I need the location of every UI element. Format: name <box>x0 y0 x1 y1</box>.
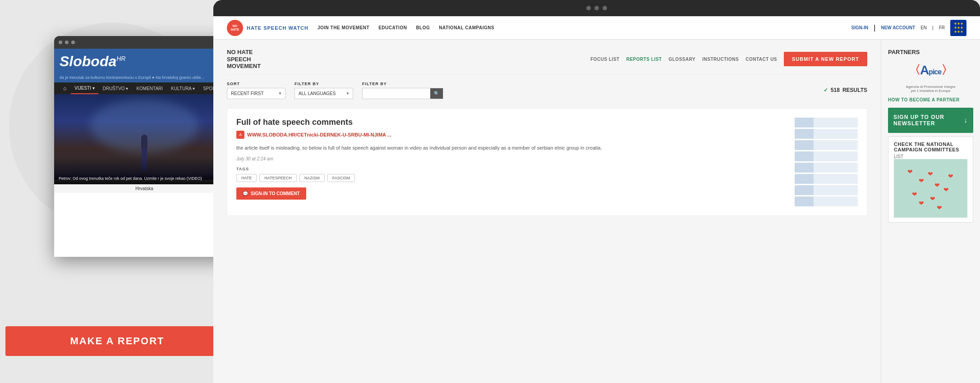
titlebar-dot-3 <box>71 41 75 44</box>
nav-education[interactable]: EDUCATION <box>378 25 407 30</box>
make-report-button[interactable]: MAKE A REPORT <box>5 326 229 356</box>
filter-language-select[interactable]: ALL LANGUAGES <box>294 88 353 99</box>
titlebar-dot-r3 <box>603 6 607 10</box>
map-heart-8: ❤ <box>948 173 953 180</box>
sloboda-nav-kultura[interactable]: KULTURA ▾ <box>167 83 198 94</box>
sort-select[interactable]: RECENT FIRST <box>227 88 285 99</box>
sub-nav-contact-us[interactable]: CONTACT US <box>745 57 777 62</box>
results-number: 518 <box>831 87 840 93</box>
submit-new-report-button[interactable]: SUBMIT A NEW REPORT <box>784 52 867 66</box>
national-sub: LIST <box>894 154 967 159</box>
results-label: RESULTS <box>842 87 867 93</box>
apice-left-bracket: 〈 <box>909 62 920 78</box>
sloboda-nav-home-icon[interactable]: ⌂ <box>60 82 70 94</box>
thumb-line-5 <box>795 163 858 173</box>
nav-national-campaigns[interactable]: NATIONAL CAMPAIGNS <box>439 25 494 30</box>
titlebar-dot-r1 <box>586 6 591 10</box>
sloboda-nav: ⌂ VIJESTI ▾ DRUŠTVO ▾ KOMENTARI KULTURA … <box>54 82 235 94</box>
newsletter-button[interactable]: SIGN UP TO OUR NEWSLETTER ↓ <box>888 108 973 133</box>
map-area: ❤ ❤ ❤ ❤ ❤ ❤ ❤ ❤ ❤ ❤ <box>894 159 967 218</box>
sloboda-nav-drustvo[interactable]: DRUŠTVO ▾ <box>99 83 132 94</box>
nav-lang-fr[interactable]: FR <box>939 25 945 30</box>
filter-search-button[interactable]: 🔍 <box>430 88 443 99</box>
tag-hatespeech[interactable]: HATESPEECH <box>259 174 296 182</box>
map-heart-5: ❤ <box>912 191 917 198</box>
sub-nav-links: FOCUS LIST REPORTS LIST GLOSSARY INSTRUC… <box>590 52 867 66</box>
left-device: SlobodaHR da je trenutak za kulturnu kon… <box>0 0 235 383</box>
results-count: ✓ 518 RESULTS <box>824 87 867 93</box>
top-navigation: NOHATE HATE SPEECH WATCH JOIN THE MOVEME… <box>213 16 980 40</box>
filter-search-input[interactable] <box>363 88 430 99</box>
apice-right-bracket: 〉 <box>941 62 952 78</box>
sloboda-nav-komentari[interactable]: KOMENTARI <box>133 83 166 94</box>
sloboda-logo: SlobodaHR <box>60 53 125 70</box>
map-heart-1: ❤ <box>907 168 913 175</box>
tag-nazism[interactable]: NAZISM <box>299 174 325 182</box>
main-content: NO HATE SPEECH MOVEMENT FOCUS LIST REPOR… <box>213 40 980 383</box>
comment-icon: 💬 <box>243 191 248 196</box>
sloboda-name: Sloboda <box>60 53 116 69</box>
nav-lang-en[interactable]: EN <box>920 25 927 30</box>
report-date: July 30 at 2:14 am <box>236 156 786 161</box>
map-heart-7: ❤ <box>930 195 935 202</box>
thumb-line-8 <box>795 196 858 206</box>
national-committees-button[interactable]: CHECK THE NATIONAL CAMPAIGN COMMITTEES L… <box>888 137 973 223</box>
coe-logo: ★★★★★★★★★ <box>950 20 966 36</box>
image-caption: Petrov: Od ovog trenutka teče rok od pet… <box>54 173 235 184</box>
thumb-line-6 <box>795 174 858 184</box>
tag-fascism[interactable]: FASCISM <box>327 174 355 182</box>
sort-label: SORT <box>227 82 285 86</box>
laptop-screen: SlobodaHR da je trenutak za kulturnu kon… <box>54 49 235 257</box>
filter-by-label-1: FILTER BY <box>294 82 353 86</box>
report-description: the article itself is misleading, so bel… <box>236 144 786 152</box>
map-heart-9: ❤ <box>919 200 924 207</box>
sub-nav-focus-list[interactable]: FOCUS LIST <box>590 57 619 62</box>
report-main-content: Full of hate speech comments ⚠ WWW.SLOBO… <box>236 118 786 206</box>
sign-in-to-comment-button[interactable]: 💬 SIGN-IN TO COMMENT <box>236 187 306 200</box>
tag-hate[interactable]: HATE <box>236 174 257 182</box>
nav-new-account-link[interactable]: NEW ACCOUNT <box>881 25 915 30</box>
filter-search-container: 🔍 <box>362 88 443 99</box>
sloboda-hero-image: Petrov: Od ovog trenutka teče rok od pet… <box>54 94 235 184</box>
nav-right: SIGN-IN | NEW ACCOUNT EN | FR ★★★★★★★★★ <box>851 20 966 36</box>
right-device-titlebar <box>213 0 980 16</box>
map-heart-6: ❤ <box>943 186 949 193</box>
partners-title: PARTNERS <box>888 49 973 55</box>
no-hate-text: NOHATE <box>231 24 239 31</box>
map-heart-2: ❤ <box>919 177 924 184</box>
map-heart-3: ❤ <box>928 170 933 178</box>
titlebar-dot-2 <box>65 41 69 44</box>
nav-join-movement[interactable]: JOIN THE MOVEMENT <box>317 25 369 30</box>
report-title: Full of hate speech comments <box>236 118 786 127</box>
national-title: CHECK THE NATIONAL CAMPAIGN COMMITTEES <box>894 141 967 152</box>
sub-nav-brand: NO HATE SPEECH MOVEMENT <box>227 49 299 70</box>
results-check-icon: ✓ <box>824 87 828 93</box>
report-url-text[interactable]: WWW.SLOBODA.HR/CETnicki-DERNEK-U-SRBU-MI… <box>247 132 391 137</box>
sort-filter-group: SORT RECENT FIRST <box>227 82 285 99</box>
sloboda-header: SlobodaHR <box>54 49 235 74</box>
nav-separator: | <box>874 24 875 32</box>
titlebar-dots <box>586 6 607 10</box>
crowd-background <box>54 94 235 184</box>
thumb-line-4 <box>795 151 858 161</box>
speaker-figure <box>141 135 147 148</box>
sloboda-nav-vijesti[interactable]: VIJESTI ▾ <box>71 83 98 94</box>
sloboda-suffix: HR <box>116 55 125 62</box>
apice-subtitle: Agenzia di Promozione Integraper L'Inizi… <box>888 85 973 93</box>
thumb-line-1 <box>795 118 858 128</box>
sub-nav-instructions[interactable]: INSTRUCTIONS <box>702 57 739 62</box>
nav-signin-link[interactable]: SIGN-IN <box>851 25 868 30</box>
nav-items: JOIN THE MOVEMENT EDUCATION BLOG NATIONA… <box>317 25 842 30</box>
left-laptop: SlobodaHR da je trenutak za kulturnu kon… <box>54 36 235 257</box>
filter-language-wrapper: ALL LANGUAGES <box>294 88 353 99</box>
become-partner-link[interactable]: HOW TO BECOME A PARTNER <box>888 97 973 102</box>
filter-by-label-2: FILTER BY <box>362 82 443 86</box>
sub-nav-reports-list[interactable]: REPORTS LIST <box>626 57 662 62</box>
filter-by-search-group: FILTER BY 🔍 <box>362 82 443 99</box>
titlebar-dot-r2 <box>594 6 599 10</box>
nav-blog[interactable]: BLOG <box>416 25 430 30</box>
report-url-icon: ⚠ <box>236 131 244 139</box>
sloboda-country: Hrvatska <box>54 184 235 193</box>
sub-nav-glossary[interactable]: GLOSSARY <box>668 57 695 62</box>
tags-row: HATE HATESPEECH NAZISM FASCISM <box>236 174 786 182</box>
